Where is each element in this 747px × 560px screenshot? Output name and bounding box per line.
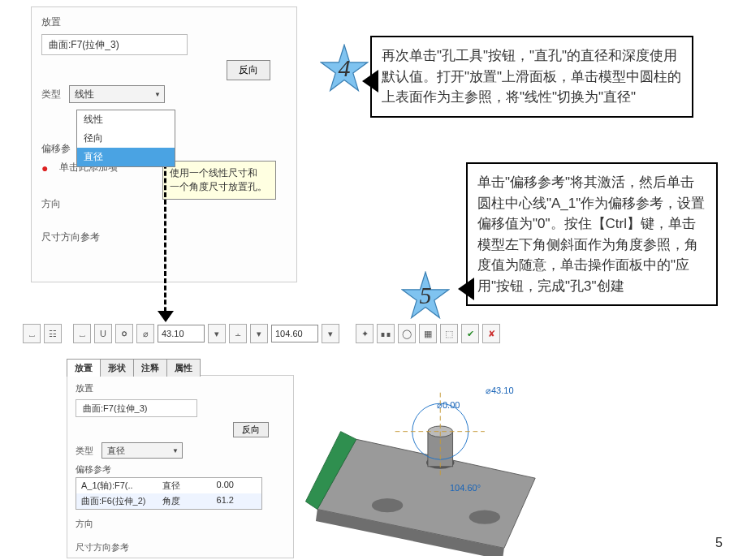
type-option-linear[interactable]: 线性 — [77, 110, 175, 129]
tab-note[interactable]: 注释 — [133, 359, 167, 377]
dd-2[interactable]: ▾ — [250, 324, 268, 343]
misc-btn-3[interactable]: ▦ — [419, 324, 437, 343]
dim-0: ⌀0.00 — [437, 400, 460, 411]
svg-point-5 — [372, 498, 403, 512]
type-option-radial[interactable]: 径向 — [77, 129, 175, 148]
table-row: 曲面:F6(拉伸_2) 角度 61.2 — [76, 493, 261, 509]
diameter-value[interactable]: 43.10 — [158, 325, 205, 342]
p2-header: 放置 — [76, 382, 285, 394]
p2-dim-dir-label: 尺寸方向参考 — [76, 541, 285, 554]
tool-btn-u[interactable]: U — [94, 324, 112, 343]
dim-angle: 104.60° — [450, 483, 481, 493]
table-row: A_1(轴):F7(.. 直径 0.00 — [76, 478, 261, 493]
dd-3[interactable]: ▾ — [322, 324, 339, 343]
reverse-button[interactable]: 反向 — [227, 60, 270, 80]
surface-ref-input[interactable]: 曲面:F7(拉伸_3) — [41, 34, 188, 55]
option-tooltip: 使用一个线性尺寸和 一个角度尺寸放置孔。 — [162, 161, 276, 200]
p2-type-select[interactable]: 直径 — [101, 442, 183, 459]
model-3d-view: ⌀0.00 ⌀43.10 104.60° — [300, 369, 552, 556]
type-select[interactable]: 线性 — [69, 85, 165, 103]
callout-step5: 单击"偏移参考"将其激活，然后单击圆柱中心线"A_1"作为偏移参考，设置偏移值为… — [466, 162, 718, 306]
depth-value[interactable]: 104.60 — [271, 325, 318, 342]
direction-label: 方向 — [41, 197, 61, 211]
dd-1[interactable]: ▾ — [208, 324, 226, 343]
tool-btn-2[interactable]: ☷ — [44, 324, 62, 343]
type-option-diameter[interactable]: 直径 — [77, 148, 175, 166]
tool-btn-1[interactable]: ⎵ — [23, 324, 41, 343]
pause-btn[interactable]: ∎∎ — [377, 324, 395, 343]
depth-icon[interactable]: ⫠ — [229, 324, 247, 343]
tab-placement[interactable]: 放置 — [67, 359, 101, 377]
callout-step4: 再次单击"孔工具"按钮，"直孔"的直径和深度使用默认值。打开"放置"上滑面板，单… — [370, 36, 693, 118]
type-label: 类型 — [41, 88, 61, 101]
tab-properties[interactable]: 属性 — [166, 359, 201, 377]
misc-btn-4[interactable]: ⬚ — [440, 324, 458, 343]
dim-43: ⌀43.10 — [486, 386, 514, 396]
cancel-icon[interactable]: ✘ — [482, 324, 500, 343]
misc-btn-2[interactable]: ◯ — [398, 324, 416, 343]
offset-ref-label: 偏移参 — [41, 142, 71, 156]
p2-reverse-button[interactable]: 反向 — [233, 422, 269, 437]
p2-surface-input[interactable]: 曲面:F7(拉伸_3) — [76, 399, 197, 417]
p2-offset-label: 偏移参考 — [76, 463, 285, 476]
p2-type-label: 类型 — [76, 445, 93, 457]
feature-toolbar: ⎵ ☷ ⎵ U ⭘ ⌀ 43.10 ▾ ⫠ ▾ 104.60 ▾ ✦ ∎∎ ◯ … — [23, 321, 500, 346]
page-number: 5 — [715, 536, 723, 550]
step-star-5: 5 — [401, 271, 450, 320]
offset-ref-table[interactable]: A_1(轴):F7(.. 直径 0.00 曲面:F6(拉伸_2) 角度 61.2 — [76, 477, 262, 510]
svg-point-6 — [469, 510, 500, 523]
type-dropdown-list[interactable]: 线性 径向 直径 — [76, 110, 175, 167]
tool-btn-3[interactable]: ⎵ — [73, 324, 91, 343]
dashed-arrow-down — [164, 157, 166, 319]
bullet-icon: ● — [41, 162, 48, 174]
diameter-icon: ⌀ — [136, 324, 154, 343]
p2-direction-label: 方向 — [76, 518, 285, 530]
placement-panel-bottom: 放置 曲面:F7(拉伸_3) 反向 类型 直径 偏移参考 A_1(轴):F7(.… — [67, 375, 294, 558]
panel-tabs: 放置 形状 注释 属性 — [67, 359, 200, 377]
placement-header: 放置 — [41, 15, 287, 29]
tool-btn-chain[interactable]: ⭘ — [115, 324, 133, 343]
apply-icon[interactable]: ✔ — [461, 324, 479, 343]
misc-btn-1[interactable]: ✦ — [356, 324, 374, 343]
tab-shape[interactable]: 形状 — [100, 359, 134, 377]
dim-direction-label: 尺寸方向参考 — [41, 230, 100, 244]
